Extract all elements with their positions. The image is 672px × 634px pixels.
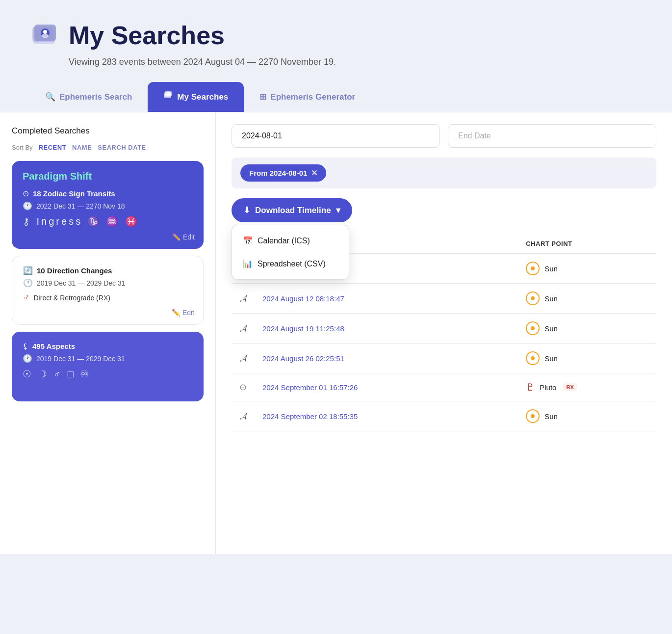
table-row: 𝓐2024 August 19 11:25:48 Sun <box>232 314 656 343</box>
sidebar-title: Completed Searches <box>12 126 204 136</box>
col-empty <box>486 234 518 254</box>
event-empty-col <box>486 373 518 401</box>
chiron-icon: ⚷ <box>23 216 32 227</box>
spreadsheet-icon: 📊 <box>243 259 253 268</box>
event-date[interactable]: 2024 September 01 16:57:26 <box>255 373 486 401</box>
event-type-icon: 𝓐 <box>232 284 255 314</box>
zodiac-icon: ⊙ <box>23 189 29 198</box>
event-empty-col <box>486 401 518 431</box>
card-date-range-paradigm: 🕐 2022 Dec 31 — 2270 Nov 18 <box>23 201 193 211</box>
edit-btn-direction[interactable]: ✏️ Edit <box>172 309 194 317</box>
main-content: Completed Searches Sort By RECENT NAME S… <box>0 112 672 554</box>
pluto-planet-icon: ♇ <box>526 381 535 393</box>
edit-btn-paradigm[interactable]: ✏️ Edit <box>172 233 195 241</box>
card-name-paradigm: Paradigm Shift <box>23 171 193 182</box>
filter-chip-from-date[interactable]: From 2024-08-01 ✕ <box>240 164 326 182</box>
event-type-icon: ⊙ <box>232 373 255 401</box>
filter-chip-label: From 2024-08-01 <box>249 169 307 177</box>
card-symbols-aspects: ☉ ☽ ♂ □ ♾ <box>23 368 193 380</box>
sun-planet-icon <box>526 409 540 423</box>
search-card-direction-changes[interactable]: 🔄 10 Direction Changes 🕐 2019 Dec 31 — 2… <box>12 256 204 325</box>
tab-ephemeris-generator[interactable]: ⊞ Ephemeris Generator <box>244 83 371 111</box>
pencil-icon-2: ✏️ <box>172 309 180 317</box>
event-date[interactable]: 2024 August 19 11:25:48 <box>255 314 486 343</box>
pencil-icon-1: ✏️ <box>172 233 181 241</box>
search-icon: 🔍 <box>45 92 55 102</box>
planet-name: Sun <box>544 354 558 363</box>
sort-recent[interactable]: RECENT <box>39 144 66 151</box>
event-type-icon: 𝓐 <box>232 401 255 431</box>
tab-bar: 🔍 Ephemeris Search My Searches ⊞ Ephemer… <box>0 82 672 112</box>
svg-point-5 <box>42 34 49 38</box>
start-date-input[interactable] <box>232 124 440 148</box>
planet-name: Sun <box>544 412 558 421</box>
sun-planet-icon <box>526 351 540 365</box>
tab-my-searches[interactable]: My Searches <box>148 82 244 112</box>
table-row: 𝓐2024 August 12 08:18:47 Sun <box>232 284 656 314</box>
card-date-range-aspects: 🕐 2019 Dec 31 — 2029 Dec 31 <box>23 354 193 363</box>
download-icon: ⬇ <box>243 205 250 215</box>
page-title: My Searches <box>69 21 225 50</box>
event-chart-point: Sun <box>518 401 656 431</box>
svg-point-9 <box>167 92 170 95</box>
download-area: ⬇ Download Timeline ▾ 📅 Calendar (ICS) 📊… <box>232 198 352 222</box>
header-area: My Searches Viewing 283 events between 2… <box>0 0 672 82</box>
card-stat-aspects: ⚸ 495 Aspects <box>23 342 193 351</box>
filter-chips-row: From 2024-08-01 ✕ <box>232 158 656 188</box>
event-empty-col <box>486 284 518 314</box>
planet-name: Pluto <box>540 383 556 392</box>
download-timeline-button[interactable]: ⬇ Download Timeline ▾ <box>232 198 352 222</box>
event-chart-point: Sun <box>518 284 656 314</box>
refresh-icon: 🔄 <box>23 266 33 275</box>
sort-date[interactable]: SEARCH DATE <box>98 144 146 151</box>
aspects-icon: ⚸ <box>23 342 28 351</box>
date-inputs-row <box>232 124 656 148</box>
table-row: 𝓐2024 August 26 02:25:51 Sun <box>232 343 656 373</box>
search-card-paradigm-shift[interactable]: Paradigm Shift ⊙ 18 Zodiac Sign Transits… <box>12 161 204 249</box>
sun-planet-icon <box>526 291 540 305</box>
event-empty-col <box>486 254 518 284</box>
event-date[interactable]: 2024 August 26 02:25:51 <box>255 343 486 373</box>
card-stat-direction: 🔄 10 Direction Changes <box>23 266 192 275</box>
remove-filter-icon[interactable]: ✕ <box>311 168 317 178</box>
planet-name: Sun <box>544 264 558 273</box>
searches-tab-icon <box>163 91 173 103</box>
event-type-icon: 𝓐 <box>232 343 255 373</box>
end-date-input[interactable] <box>448 124 656 148</box>
event-chart-point: Sun <box>518 314 656 343</box>
planet-name: Sun <box>544 294 558 303</box>
event-chart-point: ♇ Pluto RX <box>518 373 656 401</box>
sun-planet-icon <box>526 262 540 275</box>
sort-name[interactable]: NAME <box>72 144 92 151</box>
svg-point-4 <box>43 30 47 34</box>
clock-icon-3: 🕐 <box>23 354 32 363</box>
planet-name: Sun <box>544 324 558 333</box>
event-date[interactable]: 2024 August 12 08:18:47 <box>255 284 486 314</box>
mars-icon: ♂ <box>23 292 30 303</box>
right-panel: From 2024-08-01 ✕ ⬇ Download Timeline ▾ … <box>216 112 672 554</box>
search-card-aspects[interactable]: ⚸ 495 Aspects 🕐 2019 Dec 31 — 2029 Dec 3… <box>12 332 204 401</box>
download-dropdown: 📅 Calendar (ICS) 📊 Spreadsheet (CSV) <box>232 225 349 280</box>
card-date-range-direction: 🕐 2019 Dec 31 — 2029 Dec 31 <box>23 278 192 288</box>
calendar-icon: 📅 <box>243 236 253 245</box>
download-calendar-ics[interactable]: 📅 Calendar (ICS) <box>232 229 349 252</box>
event-empty-col <box>486 314 518 343</box>
clock-icon-2: 🕐 <box>23 278 33 288</box>
event-chart-point: Sun <box>518 343 656 373</box>
table-row: 𝓐2024 September 02 18:55:35 Sun <box>232 401 656 431</box>
download-spreadsheet-csv[interactable]: 📊 Spreadsheet (CSV) <box>232 252 349 275</box>
sort-row: Sort By RECENT NAME SEARCH DATE <box>12 144 204 151</box>
clock-icon-1: 🕐 <box>23 201 32 211</box>
header-subtitle: Viewing 283 events between 2024 August 0… <box>69 57 643 67</box>
sort-label: Sort By <box>12 144 33 151</box>
sidebar: Completed Searches Sort By RECENT NAME S… <box>0 112 216 554</box>
sun-planet-icon <box>526 321 540 335</box>
card-stat-zodiac: ⊙ 18 Zodiac Sign Transits <box>23 189 193 198</box>
event-type-icon: 𝓐 <box>232 314 255 343</box>
tab-ephemeris-search[interactable]: 🔍 Ephemeris Search <box>29 83 148 111</box>
header-top: My Searches <box>29 20 643 51</box>
event-date[interactable]: 2024 September 02 18:55:35 <box>255 401 486 431</box>
card-symbols-paradigm: ⚷ Ingress ♑ ♒ ♓ <box>23 215 193 227</box>
header-icon <box>29 20 61 51</box>
table-row: ⊙2024 September 01 16:57:26 ♇ Pluto RX <box>232 373 656 401</box>
